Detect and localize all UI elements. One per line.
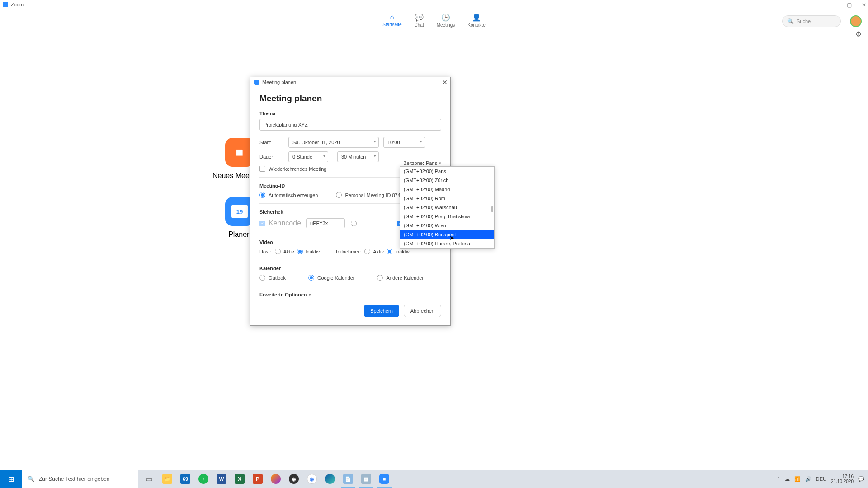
timezone-option[interactable]: (GMT+02:00) Paris — [400, 167, 494, 176]
nav-home-label: Startseite — [382, 22, 401, 28]
search-icon: 🔍 — [28, 476, 34, 482]
teilnehmer-label: Teilnehmer: — [335, 249, 361, 254]
andere-label: Andere Kalender — [386, 275, 424, 281]
google-radio[interactable] — [308, 275, 314, 281]
teilnehmer-inaktiv-label: Inaktiv — [395, 249, 410, 254]
advanced-options-toggle[interactable]: Erweiterte Optionen ▾ — [259, 292, 441, 297]
kenncode-input[interactable] — [306, 218, 345, 228]
start-time-dropdown[interactable]: 10:00 — [383, 137, 425, 148]
start-date-dropdown[interactable]: Sa. Oktober 31, 2020 — [288, 137, 379, 148]
window-title: Zoom — [11, 2, 24, 7]
timezone-value: Paris — [426, 160, 437, 166]
auto-id-label: Automatisch erzeugen — [269, 192, 318, 198]
host-aktiv-label: Aktiv — [283, 249, 294, 254]
recurring-checkbox[interactable] — [259, 166, 265, 172]
recurring-label: Wiederkehrendes Meeting — [269, 166, 326, 172]
contacts-icon: 👤 — [472, 13, 481, 22]
firefox-icon[interactable] — [267, 470, 285, 488]
app-icon[interactable]: ▦ — [357, 470, 375, 488]
chrome-icon[interactable]: ◉ — [303, 470, 321, 488]
outlook-radio[interactable] — [259, 275, 265, 281]
teilnehmer-inaktiv-radio[interactable] — [387, 249, 392, 254]
search-placeholder: Suche — [797, 19, 811, 24]
timezone-option[interactable]: (GMT+02:00) Harare, Pretoria — [400, 239, 494, 248]
timezone-option-selected[interactable]: (GMT+02:00) Budapest — [400, 230, 494, 239]
scrollbar[interactable] — [491, 168, 493, 247]
timezone-option[interactable]: (GMT+02:00) Zürich — [400, 176, 494, 185]
cloud-icon[interactable]: ☁ — [785, 476, 790, 482]
notepad-icon[interactable]: 📄 — [339, 470, 357, 488]
teilnehmer-aktiv-radio[interactable] — [364, 249, 370, 254]
timezone-selector[interactable]: Zeitzone: Paris ▾ — [404, 160, 441, 166]
timezone-option[interactable]: (GMT+02:00) Madrid — [400, 185, 494, 194]
duration-hours-dropdown[interactable]: 0 Stunde — [288, 151, 328, 162]
timezone-option[interactable]: (GMT+02:00) Wien — [400, 221, 494, 230]
minimize-button[interactable]: — — [831, 2, 837, 8]
settings-gear-icon[interactable]: ⚙ — [855, 30, 862, 38]
zoom-taskbar-icon[interactable]: ■ — [375, 470, 393, 488]
top-nav: ⌂ Startseite 💬 Chat 🕒 Meetings 👤 Kontakt… — [0, 9, 868, 33]
google-label: Google Kalender — [317, 275, 355, 281]
wifi-icon[interactable]: 📶 — [794, 476, 801, 482]
nav-meetings-label: Meetings — [437, 23, 455, 28]
andere-radio[interactable] — [377, 275, 383, 281]
notifications-icon[interactable]: 💬 — [858, 476, 864, 482]
window-controls: — ▢ ✕ — [831, 2, 866, 8]
kenncode-checkbox[interactable]: ✓ — [259, 221, 265, 226]
chat-icon: 💬 — [415, 13, 424, 22]
chevron-down-icon: ▾ — [309, 292, 311, 297]
nav-contacts[interactable]: 👤 Kontakte — [467, 13, 485, 28]
maximize-button[interactable]: ▢ — [847, 2, 852, 8]
timezone-option[interactable]: (GMT+02:00) Rom — [400, 194, 494, 203]
personal-id-radio[interactable] — [336, 192, 342, 198]
thema-input[interactable] — [259, 119, 441, 131]
dialog-heading: Meeting planen — [259, 94, 441, 103]
cancel-button[interactable]: Abbrechen — [404, 305, 441, 317]
close-window-button[interactable]: ✕ — [862, 2, 866, 8]
taskbar-search-placeholder: Zur Suche Text hier eingeben — [39, 476, 110, 482]
host-inaktiv-radio[interactable] — [297, 249, 303, 254]
timezone-option[interactable]: (GMT+02:00) Warschau — [400, 203, 494, 212]
powerpoint-icon[interactable]: P — [249, 470, 267, 488]
search-icon: 🔍 — [787, 18, 794, 24]
volume-icon[interactable]: 🔊 — [805, 476, 811, 482]
dialog-close-button[interactable]: ✕ — [442, 79, 448, 86]
save-button[interactable]: Speichern — [364, 305, 399, 317]
chevron-down-icon: ▾ — [439, 161, 441, 165]
nav-home[interactable]: ⌂ Startseite — [382, 13, 401, 28]
taskbar-search[interactable]: 🔍 Zur Suche Text hier eingeben — [22, 470, 138, 488]
clock[interactable]: 17:16 21.10.2020 — [831, 474, 854, 484]
timezone-option[interactable]: (GMT+02:00) Prag, Bratislava — [400, 212, 494, 221]
dialog-titlebar: Meeting planen ✕ — [250, 77, 450, 87]
zoom-app-icon — [3, 2, 8, 7]
schedule-label: Planen — [228, 230, 251, 239]
timezone-label: Zeitzone: — [404, 160, 424, 166]
task-view-icon[interactable]: ▭ — [140, 470, 158, 488]
start-button[interactable]: ⊞ — [0, 470, 22, 488]
window-titlebar: Zoom — [0, 0, 868, 9]
search-input[interactable]: 🔍 Suche — [782, 15, 841, 27]
system-tray: ˄ ☁ 📶 🔊 DEU 17:16 21.10.2020 💬 — [778, 470, 864, 488]
word-icon[interactable]: W — [212, 470, 231, 488]
duration-minutes-dropdown[interactable]: 30 Minuten — [337, 151, 379, 162]
auto-id-radio[interactable] — [259, 192, 265, 198]
file-explorer-icon[interactable]: 📁 — [158, 470, 176, 488]
mail-icon[interactable]: 69 — [176, 470, 194, 488]
language-indicator[interactable]: DEU — [816, 476, 826, 482]
windows-taskbar: ⊞ 🔍 Zur Suche Text hier eingeben ▭ 📁 69 … — [0, 470, 868, 488]
nav-contacts-label: Kontakte — [467, 23, 485, 28]
excel-icon[interactable]: X — [231, 470, 249, 488]
tray-chevron-icon[interactable]: ˄ — [778, 476, 780, 482]
edge-icon[interactable] — [321, 470, 339, 488]
clock-icon: 🕒 — [441, 13, 450, 22]
spotify-icon[interactable]: ♪ — [194, 470, 212, 488]
kalender-heading: Kalender — [259, 266, 441, 271]
nav-chat[interactable]: 💬 Chat — [415, 13, 424, 28]
start-label: Start: — [259, 140, 284, 145]
info-icon[interactable]: i — [351, 221, 357, 226]
host-aktiv-radio[interactable] — [275, 249, 281, 254]
outlook-label: Outlook — [269, 275, 286, 281]
nav-meetings[interactable]: 🕒 Meetings — [437, 13, 455, 28]
user-avatar[interactable] — [850, 15, 862, 27]
obs-icon[interactable]: ◉ — [285, 470, 303, 488]
